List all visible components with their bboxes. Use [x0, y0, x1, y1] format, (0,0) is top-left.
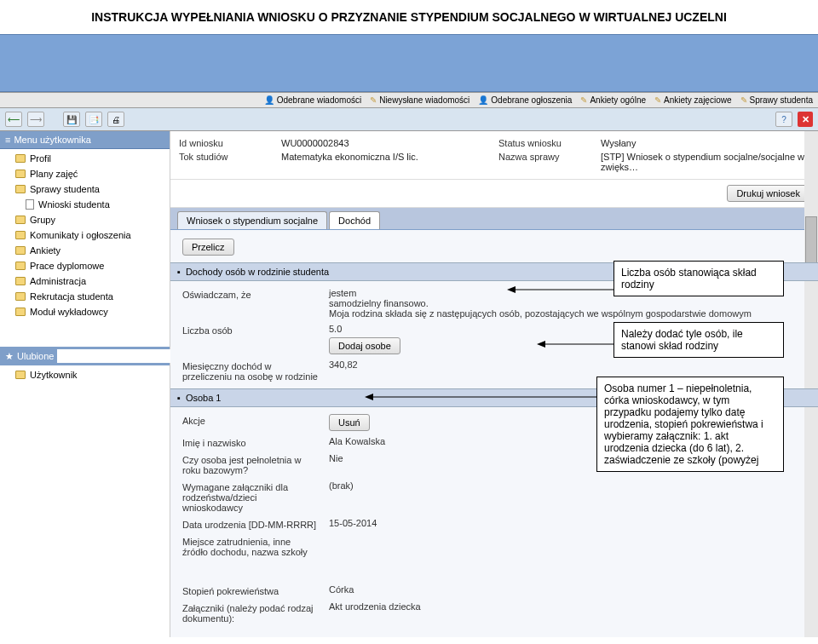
document-icon [26, 199, 34, 210]
akcje-label: Akcje [182, 414, 319, 426]
tok-label: Tok studiów [179, 152, 273, 172]
annotation-liczba-osob: Liczba osób stanowiąca skład rodziny [614, 261, 784, 296]
copy-button[interactable]: 📑 [85, 112, 102, 127]
pelnoletnia-label: Czy osoba jest pełnoletnia w roku bazowy… [182, 453, 319, 475]
sidebar-item-plany[interactable]: Plany zajęć [0, 166, 170, 181]
sidebar-item-rekrutacja[interactable]: Rekrutacja studenta [0, 289, 170, 304]
folder-icon [15, 262, 26, 270]
pencil-icon: ✎ [370, 95, 377, 105]
svg-marker-3 [537, 341, 545, 348]
data-urodzenia-value: 15-05-2014 [329, 518, 806, 528]
star-icon: ★ [5, 351, 14, 362]
tab-bar: Wniosek o stypendium socjalne Dochód [170, 208, 818, 230]
imie-label: Imię i nazwisko [182, 436, 319, 448]
stopien-value: Córka [329, 584, 806, 595]
miejsce-label: Miejsce zatrudnienia, inne źródło dochod… [182, 535, 319, 557]
id-wniosku-value: WU0000002843 [281, 138, 490, 148]
save-button[interactable]: 💾 [63, 112, 80, 127]
topbar-ankiety-zajeciowe[interactable]: ✎Ankiety zajęciowe [654, 95, 731, 105]
topbar-niewyslane[interactable]: ✎Niewysłane wiadomości [370, 95, 469, 105]
oswiadczam-label: Oświadczam, że [182, 288, 319, 300]
favorites-header: ★ Ulubione [0, 347, 170, 365]
svg-marker-5 [365, 394, 373, 400]
sidebar-menu-header: ≡ Menu użytkownika [0, 131, 170, 149]
nav-forward-button[interactable]: ⟶ [27, 112, 44, 127]
person-icon: 👤 [264, 95, 274, 105]
tab-dochod[interactable]: Dochód [329, 211, 380, 229]
zalaczniki-label: Wymagane załączniki dla rodzeństwa/dziec… [182, 480, 319, 513]
nav-back-button[interactable]: ⟵ [5, 112, 22, 127]
sidebar-item-profil[interactable]: Profil [0, 151, 170, 166]
close-button[interactable]: ✕ [798, 112, 813, 127]
header-band [0, 34, 818, 92]
topbar-ogloszenia[interactable]: 👤Odebrane ogłoszenia [478, 95, 572, 105]
minus-icon[interactable]: ▪ [177, 267, 181, 277]
sidebar-item-ankiety[interactable]: Ankiety [0, 243, 170, 258]
folder-icon [15, 185, 26, 193]
sidebar-item-uzytkownik[interactable]: Użytkownik [0, 367, 170, 382]
annotation-dodaj-osobe: Należy dodać tyle osób, ile stanowi skła… [614, 322, 784, 358]
dodaj-osobe-button[interactable]: Dodaj osobe [329, 337, 400, 354]
minus-icon[interactable]: ▪ [177, 393, 181, 403]
sidebar-item-wykladowcy[interactable]: Moduł wykładowcy [0, 304, 170, 319]
tok-value: Matematyka ekonomiczna I/S lic. [281, 152, 490, 172]
topbar-sprawy[interactable]: ✎Sprawy studenta [740, 95, 814, 105]
topbar-odebrane-wiadomosci[interactable]: 👤Odebrane wiadomości [264, 95, 362, 105]
request-info: Id wniosku WU0000002843 Status wniosku W… [170, 131, 818, 180]
nazwa-value: [STP] Wniosek o stypendium socjalne/socj… [601, 152, 809, 172]
sidebar-item-wnioski[interactable]: Wnioski studenta [0, 197, 170, 212]
pencil-icon: ✎ [740, 95, 747, 105]
sidebar-item-grupy[interactable]: Grupy [0, 212, 170, 227]
zalaczniki-value: (brak) [329, 480, 806, 491]
zalaczniki-dok-label: Załączniki (należy podać rodzaj dokument… [182, 601, 319, 624]
przelicz-button[interactable]: Przelicz [182, 239, 234, 256]
page-title: INSTRUKCJA WYPEŁNIANIA WNIOSKU O PRZYZNA… [0, 0, 818, 34]
pencil-icon: ✎ [654, 95, 661, 105]
miesieczny-dochod-label: Miesięczny dochód w przeliczeniu na osob… [182, 359, 319, 382]
usun-button[interactable]: Usuń [329, 414, 370, 431]
folder-icon [15, 216, 26, 224]
sidebar: ≡ Menu użytkownika Profil Plany zajęć Sp… [0, 131, 170, 637]
status-label: Status wniosku [498, 138, 592, 148]
miesieczny-dochod-value: 340,82 [329, 359, 806, 370]
person-icon: 👤 [478, 95, 488, 105]
tab-wniosek[interactable]: Wniosek o stypendium socjalne [177, 211, 327, 229]
nazwa-label: Nazwa sprawy [498, 152, 592, 172]
folder-icon [15, 371, 26, 379]
icon-toolbar: ⟵ ⟶ 💾 📑 🖨 ? ✕ [0, 108, 818, 131]
data-urodzenia-label: Data urodzenia [DD-MM-RRRR] [182, 518, 319, 530]
sidebar-item-komunikaty[interactable]: Komunikaty i ogłoszenia [0, 227, 170, 243]
folder-icon [15, 231, 26, 239]
liczba-osob-label: Liczba osób [182, 324, 319, 336]
sidebar-item-sprawy[interactable]: Sprawy studenta [0, 181, 170, 197]
folder-icon [15, 170, 26, 178]
folder-icon [15, 292, 26, 301]
stopien-label: Stopień pokrewieństwa [182, 584, 319, 596]
folder-icon [15, 154, 26, 163]
sidebar-item-admin[interactable]: Administracja [0, 273, 170, 289]
svg-marker-1 [507, 286, 516, 293]
folder-icon [15, 246, 26, 255]
sidebar-item-prace[interactable]: Prace dyplomowe [0, 258, 170, 273]
content-panel: Id wniosku WU0000002843 Status wniosku W… [170, 131, 818, 637]
folder-icon [15, 277, 26, 285]
folder-icon [15, 308, 26, 316]
menu-icon: ≡ [5, 135, 10, 145]
status-value: Wysłany [601, 138, 809, 148]
topbar-ankiety-ogolne[interactable]: ✎Ankiety ogólne [580, 95, 646, 105]
top-link-bar: 👤Odebrane wiadomości ✎Niewysłane wiadomo… [0, 92, 818, 108]
annotation-osoba1: Osoba numer 1 – niepełnoletnia, córka wn… [596, 377, 784, 472]
pencil-icon: ✎ [580, 95, 587, 105]
id-wniosku-label: Id wniosku [179, 138, 273, 148]
print-request-button[interactable]: Drukuj wniosek [727, 185, 809, 202]
print-button[interactable]: 🖨 [107, 112, 124, 127]
zalaczniki-dok-value: Akt urodzenia dziecka [329, 601, 806, 612]
help-button[interactable]: ? [775, 112, 792, 127]
